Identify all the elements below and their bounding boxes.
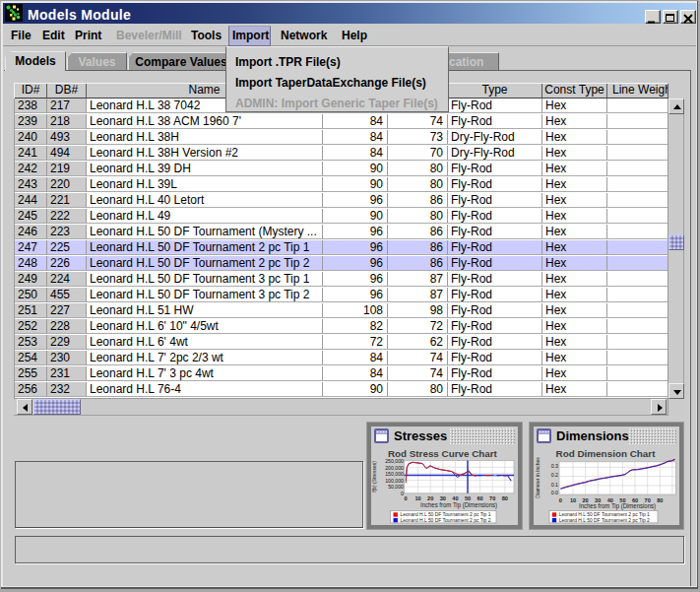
svg-text:Inches from Tip (Dimensions): Inches from Tip (Dimensions) [579,502,656,510]
svg-text:Leonard H.L 50 DF Tournament 2: Leonard H.L 50 DF Tournament 2 pc Tip 2 [559,517,650,523]
svg-text:10: 10 [570,497,576,503]
svg-text:Rod Dimension Chart: Rod Dimension Chart [556,448,657,459]
svg-text:50,000: 50,000 [388,484,404,490]
svg-text:80: 80 [657,497,663,503]
svg-text:0.0: 0.0 [551,490,558,495]
svg-text:Rod Stress Curve Chart: Rod Stress Curve Chart [388,448,498,459]
svg-text:f(b) (Stresses): f(b) (Stresses) [371,461,377,493]
svg-text:0.1: 0.1 [551,482,558,488]
svg-text:150,000: 150,000 [385,471,404,477]
svg-text:Leonard H.L 50 DF Tournament 2: Leonard H.L 50 DF Tournament 2 pc Tip 2 [401,517,491,523]
svg-text:0: 0 [404,495,407,501]
svg-text:0: 0 [559,497,562,503]
svg-text:0.3: 0.3 [551,463,558,469]
svg-text:100,000: 100,000 [385,478,404,484]
svg-text:0.2: 0.2 [551,472,558,478]
svg-text:Inches from Tip (Dimensions): Inches from Tip (Dimensions) [420,501,497,509]
svg-text:Diameter in Inches: Diameter in Inches [535,457,541,498]
svg-text:80: 80 [502,495,508,501]
svg-text:250,000: 250,000 [385,458,404,464]
svg-text:200,000: 200,000 [385,465,404,471]
